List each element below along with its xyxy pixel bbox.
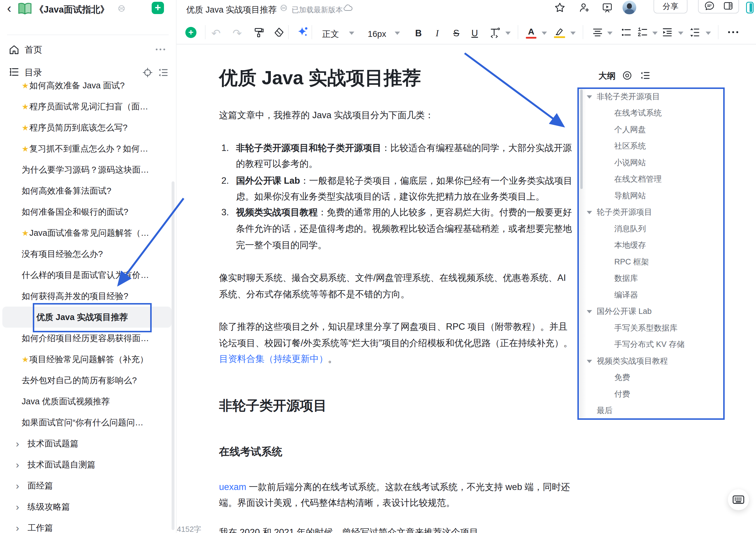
- numbered-list-icon[interactable]: [637, 27, 648, 38]
- italic-button[interactable]: I: [436, 28, 439, 39]
- bullet-list-icon[interactable]: [621, 27, 632, 38]
- ai-assistant-icon[interactable]: [296, 26, 309, 38]
- highlight-color-caret[interactable]: [570, 32, 576, 35]
- sidebar-item[interactable]: Java 优质面试视频推荐: [22, 395, 110, 408]
- sidebar-group[interactable]: 工作篇: [28, 521, 53, 533]
- indent-icon[interactable]: [662, 27, 673, 38]
- font-size-dropdown[interactable]: 16px: [368, 28, 386, 40]
- font-color-caret[interactable]: [542, 32, 547, 35]
- doc-paragraph[interactable]: 这篇文章中，我推荐的 Java 实战项目分为下面几类：: [219, 109, 434, 122]
- doc-heading-3[interactable]: 在线考试系统: [219, 444, 282, 459]
- outline-item[interactable]: 消息队列: [614, 223, 646, 235]
- outline-item[interactable]: 视频类实战项目教程: [597, 355, 668, 367]
- triangle-down-icon[interactable]: [587, 360, 592, 363]
- line-spacing-icon[interactable]: [689, 27, 700, 38]
- sidebar-item[interactable]: 如何获得高并发的项目经验?: [22, 290, 128, 302]
- outline-collapse-icon[interactable]: [640, 70, 651, 81]
- present-mode-icon[interactable]: [602, 2, 612, 13]
- outline-item[interactable]: 编译器: [614, 289, 638, 301]
- insert-block-button[interactable]: +: [185, 27, 197, 38]
- highlight-color-button[interactable]: [554, 27, 565, 38]
- doc-paragraph[interactable]: uexam 一款前后端分离的在线考试系统。这款在线考试系统，不光支持 web 端…: [219, 481, 570, 494]
- document-scrollbar[interactable]: [580, 89, 583, 189]
- triangle-down-icon[interactable]: [587, 211, 592, 214]
- outline-item[interactable]: 轮子类开源项目: [597, 206, 652, 218]
- outline-item[interactable]: 付费: [614, 388, 630, 400]
- outline-item[interactable]: 数据库: [614, 272, 638, 284]
- sidebar-layout-icon[interactable]: [723, 1, 733, 11]
- sidebar-item[interactable]: 如何准备国企和银行的面试?: [22, 205, 128, 218]
- doc-paragraph[interactable]: 系统、分布式存储系统等等都不是不错的方向。: [219, 288, 410, 301]
- chevron-right-icon[interactable]: ›: [16, 522, 25, 533]
- outline-item[interactable]: 国外公开课 Lab: [597, 305, 652, 317]
- outline-item[interactable]: 免费: [614, 371, 630, 383]
- sidebar-item[interactable]: 如何介绍项目经历更容易获得面…: [22, 332, 149, 344]
- underline-button[interactable]: U: [472, 28, 478, 39]
- comment-layout-button-group[interactable]: [698, 0, 739, 13]
- avatar[interactable]: [623, 1, 636, 14]
- sidebar-group[interactable]: 面经篇: [28, 479, 53, 492]
- sidebar-item[interactable]: 如何高效准备算法面试?: [22, 184, 111, 197]
- triangle-down-icon[interactable]: [587, 310, 592, 313]
- sidebar-scrollbar[interactable]: [172, 181, 175, 530]
- new-doc-button[interactable]: +: [152, 2, 164, 14]
- chevron-right-icon[interactable]: ›: [16, 501, 25, 513]
- sidebar-group[interactable]: 技术面试题篇: [28, 437, 78, 450]
- keyboard-shortcuts-button[interactable]: [728, 489, 749, 510]
- favorite-star-icon[interactable]: [554, 2, 565, 13]
- doc-paragraph[interactable]: 目资料合集（持续更新中）。: [219, 352, 337, 366]
- paragraph-style-caret[interactable]: [349, 32, 354, 35]
- extension-widget-icon[interactable]: [746, 2, 754, 13]
- outline-item[interactable]: RPC 框架: [614, 256, 649, 268]
- doc-list-line[interactable]: 视频类实战项目教程：免费的通常用的人比较多，更容易烂大街。付费的一般要更好: [236, 206, 572, 219]
- back-icon[interactable]: ‹: [7, 1, 12, 16]
- doc-paragraph[interactable]: 论坛项目、校园订餐/外卖系统等“烂大街”项目的介绍模板和优化思路（正在持续补充）…: [219, 337, 572, 350]
- outline-item[interactable]: 最后: [597, 405, 612, 416]
- chevron-right-icon[interactable]: ›: [16, 480, 25, 492]
- triangle-down-icon[interactable]: [587, 95, 592, 99]
- sidebar-item[interactable]: 为什么要学习源码？源码这块面…: [22, 163, 149, 176]
- outline-item[interactable]: 手写分布式 KV 存储: [614, 339, 685, 350]
- doc-paragraph-clipped[interactable]: 我在 2020 和 2021 年的时候，曾经写过简介文章来推荐这个项目: [219, 526, 478, 533]
- sidebar-item[interactable]: 什么样的项目是面试官认为有价…: [22, 268, 149, 281]
- outline-item[interactable]: 非轮子类开源项目: [597, 91, 660, 102]
- sidebar-nav-home[interactable]: 首页: [25, 43, 42, 56]
- text-spacing-caret[interactable]: [505, 32, 511, 35]
- text-spacing-icon[interactable]: [490, 27, 501, 38]
- sidebar-item[interactable]: ★项目经验常见问题解答（补充）: [22, 353, 148, 366]
- outline-item[interactable]: 在线考试系统: [614, 107, 662, 119]
- outline-item[interactable]: 在线文档管理: [614, 173, 662, 185]
- sidebar-item[interactable]: 没有项目经验怎么办?: [22, 247, 103, 260]
- chevron-right-icon[interactable]: ›: [16, 459, 25, 470]
- sidebar-item[interactable]: ★复习抓不到重点怎么办？如何…: [22, 142, 148, 155]
- add-collaborator-icon[interactable]: [579, 2, 590, 13]
- doc-heading-title[interactable]: 优质 Java 实战项目推荐: [219, 65, 421, 90]
- doc-heading-2[interactable]: 非轮子类开源项目: [219, 396, 327, 415]
- sidebar-item[interactable]: ★如何高效准备 Java 面试?: [22, 79, 125, 92]
- outline-item[interactable]: 本地缓存: [614, 239, 646, 251]
- outline-item[interactable]: 小说网站: [614, 157, 646, 168]
- sidebar-group[interactable]: 练级攻略篇: [28, 500, 70, 513]
- doc-list-line[interactable]: 的教程可以参考的。: [236, 157, 318, 170]
- doc-paragraph[interactable]: 除了推荐的这些项目之外，知识星球里分享了网盘项目、RPC 项目（附带教程）。并且: [219, 320, 567, 333]
- toc-tree-icon[interactable]: [9, 67, 19, 77]
- collapse-all-icon[interactable]: [158, 67, 169, 78]
- doc-link-uexam[interactable]: uexam: [219, 482, 246, 492]
- strikethrough-button[interactable]: S: [453, 28, 459, 39]
- outline-item[interactable]: 个人网盘: [614, 124, 646, 136]
- align-caret[interactable]: [607, 32, 612, 35]
- redo-icon[interactable]: ↷: [232, 28, 242, 39]
- indent-caret[interactable]: [678, 32, 683, 35]
- doc-paragraph[interactable]: 像实时聊天系统、撮合交易系统、文件/网盘管理系统、在线视频系统、优惠卷系统、AI: [219, 271, 566, 284]
- sidebar-item[interactable]: 如果面试官问“你有什么问题问…: [22, 416, 144, 429]
- sidebar-group[interactable]: 技术面试题自测篇: [28, 458, 95, 471]
- outline-item[interactable]: 社区系统: [614, 140, 646, 152]
- align-icon[interactable]: [592, 27, 603, 38]
- more-options-icon[interactable]: [155, 48, 166, 51]
- doc-paragraph[interactable]: 端。界面设计美观，代码整体结构清晰，表设计比较规范。: [219, 496, 455, 509]
- doc-list-line[interactable]: 非轮子类开源项目和轮子类开源项目：比较适合有编程基础的同学，大部分实战开源: [236, 141, 572, 154]
- numbered-list-caret[interactable]: [652, 32, 658, 35]
- undo-icon[interactable]: ↶: [211, 28, 221, 39]
- bold-button[interactable]: B: [415, 28, 421, 39]
- doc-list-line[interactable]: 条件允许的话，还是值得考虑的。视频教程比较适合编程基础稍差，或者想要完整地: [236, 222, 572, 235]
